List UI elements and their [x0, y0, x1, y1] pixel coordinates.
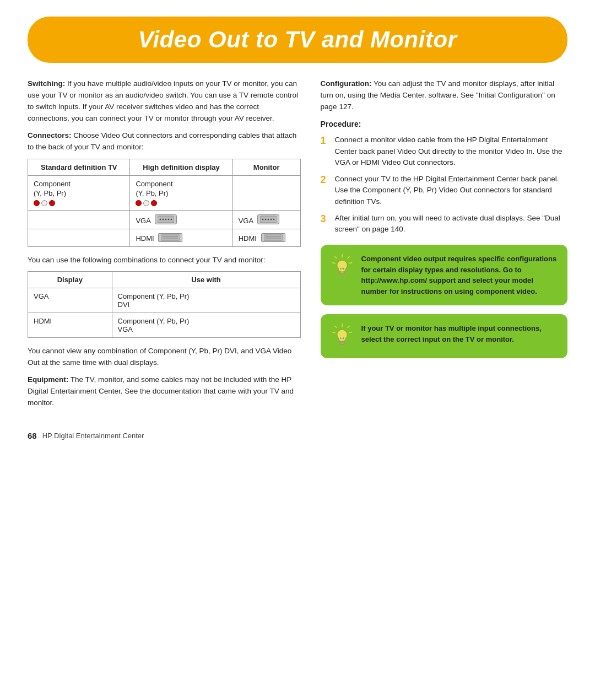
tip-box-1: Component video output requires specific… — [321, 245, 567, 305]
use-table-row: VGA Component (Y, Pb, Pr)DVI — [28, 288, 301, 313]
std-vga-cell — [28, 210, 130, 229]
svg-rect-25 — [340, 273, 344, 274]
tip-box-2: If your TV or monitor has multiple input… — [321, 314, 567, 358]
use-col-display: Display — [28, 272, 112, 288]
use-display-hdmi: HDMI — [28, 313, 112, 338]
configuration-paragraph: Configuration: You can adjust the TV and… — [321, 78, 567, 113]
title-banner: Video Out to TV and Monitor — [28, 17, 567, 63]
cannot-view-text: You cannot view any combination of Compo… — [28, 346, 301, 369]
svg-line-32 — [335, 326, 337, 328]
switching-bold: Switching: — [28, 79, 65, 88]
monitor-hdmi-cell: HDMI — [232, 229, 300, 246]
use-with-vga: Component (Y, Pb, Pr)DVI — [112, 288, 300, 313]
use-display-vga: VGA — [28, 288, 112, 313]
combinations-text: You can use the following combinations t… — [28, 255, 301, 266]
svg-rect-36 — [340, 343, 344, 344]
svg-point-5 — [170, 218, 172, 220]
table-row: Component (Y, Pb, Pr) Component — [28, 175, 301, 210]
svg-point-10 — [271, 218, 272, 220]
dot-red4 — [151, 200, 157, 206]
svg-point-2 — [162, 218, 164, 220]
vga-icon-high — [155, 214, 177, 224]
switching-text: If you have multiple audio/video inputs … — [28, 79, 298, 122]
component-dots-std — [34, 200, 124, 206]
step-number-3: 3 — [321, 213, 331, 235]
high-hdmi-cell: HDMI — [130, 229, 232, 246]
svg-point-3 — [165, 218, 166, 220]
std-hdmi-cell — [28, 229, 130, 246]
left-column: Switching: If you have multiple audio/vi… — [28, 78, 301, 414]
high-component-cell: Component (Y, Pb, Pr) — [130, 175, 232, 210]
component-dots-high — [136, 200, 226, 206]
std-component-cell: Component (Y, Pb, Pr) — [28, 175, 130, 210]
monitor-vga-cell: VGA — [232, 210, 300, 229]
equipment-paragraph: Equipment: The TV, monitor, and some cab… — [28, 374, 301, 409]
svg-line-19 — [348, 257, 349, 259]
svg-line-22 — [332, 263, 335, 263]
connectors-bold: Connectors: — [28, 131, 72, 139]
tip1-text: Component video output requires specific… — [361, 254, 558, 297]
use-col-usewith: Use with — [112, 272, 300, 288]
vga-icon-monitor — [257, 214, 279, 224]
use-table-row: HDMI Component (Y, Pb, Pr)VGA — [28, 313, 301, 338]
procedure-list: 1 Connect a monitor video cable from the… — [321, 134, 567, 235]
svg-point-8 — [265, 218, 267, 220]
col-header-high: High definition display — [130, 159, 232, 175]
page-title: Video Out to TV and Monitor — [50, 26, 545, 53]
connector-table: Standard definition TV High definition d… — [28, 159, 301, 247]
monitor-component-cell — [232, 175, 300, 210]
step-text-1: Connect a monitor video cable from the H… — [335, 134, 567, 168]
page-number: 68 — [28, 431, 37, 440]
svg-rect-24 — [339, 272, 344, 274]
hdmi-connector-svg2 — [264, 234, 283, 241]
table-row: HDMI HDMI — [28, 229, 301, 246]
dot-white — [41, 200, 47, 206]
svg-rect-35 — [339, 342, 344, 343]
hdmi-icon-high — [158, 233, 182, 242]
procedure-step-3: 3 After initial turn on, you will need t… — [321, 213, 567, 235]
hdmi-icon-monitor — [261, 233, 285, 242]
col-header-monitor: Monitor — [232, 159, 300, 175]
svg-rect-15 — [264, 235, 283, 240]
use-with-hdmi: Component (Y, Pb, Pr)VGA — [112, 313, 300, 338]
dot-red3 — [136, 200, 142, 206]
page-footer: 68 HP Digital Entertainment Center — [28, 431, 567, 440]
connectors-paragraph: Connectors: Choose Video Out connectors … — [28, 130, 301, 153]
step-text-3: After initial turn on, you will need to … — [335, 213, 567, 235]
equipment-bold: Equipment: — [28, 375, 68, 384]
vga-connector-svg — [158, 216, 174, 223]
svg-line-33 — [332, 332, 335, 333]
dot-white2 — [143, 200, 149, 206]
col-header-std: Standard definition TV — [28, 159, 130, 175]
configuration-bold: Configuration: — [321, 79, 372, 88]
svg-line-21 — [335, 257, 337, 259]
dot-red — [34, 200, 40, 206]
step-text-2: Connect your TV to the HP Digital Entert… — [335, 174, 567, 207]
high-vga-cell: VGA — [130, 210, 232, 229]
svg-point-7 — [262, 218, 264, 220]
svg-point-9 — [268, 218, 269, 220]
dot-red2 — [49, 200, 55, 206]
lightbulb-icon-2 — [331, 323, 354, 349]
svg-point-1 — [159, 218, 161, 220]
procedure-step-2: 2 Connect your TV to the HP Digital Ente… — [321, 174, 567, 207]
lightbulb-icon-1 — [331, 254, 354, 280]
hdmi-connector-svg — [161, 234, 180, 241]
svg-rect-12 — [161, 235, 180, 240]
svg-line-30 — [348, 326, 349, 328]
switching-paragraph: Switching: If you have multiple audio/vi… — [28, 78, 301, 125]
footer-product-name: HP Digital Entertainment Center — [42, 432, 144, 440]
svg-line-31 — [349, 332, 352, 333]
svg-point-11 — [273, 218, 275, 220]
tip2-text: If your TV or monitor has multiple input… — [361, 323, 558, 344]
vga-connector-svg2 — [260, 216, 277, 223]
svg-line-20 — [349, 263, 352, 263]
procedure-label: Procedure: — [321, 119, 567, 131]
right-column: Configuration: You can adjust the TV and… — [321, 78, 567, 414]
table-row: VGA VGA — [28, 210, 301, 229]
procedure-step-1: 1 Connect a monitor video cable from the… — [321, 134, 567, 168]
svg-point-4 — [167, 218, 169, 220]
use-table: Display Use with VGA Component (Y, Pb, P… — [28, 271, 301, 338]
step-number-2: 2 — [321, 174, 331, 207]
step-number-1: 1 — [321, 134, 331, 168]
